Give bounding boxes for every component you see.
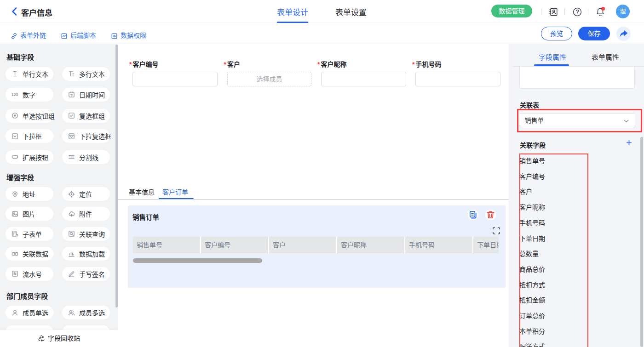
svg-text:123: 123 bbox=[12, 92, 18, 97]
